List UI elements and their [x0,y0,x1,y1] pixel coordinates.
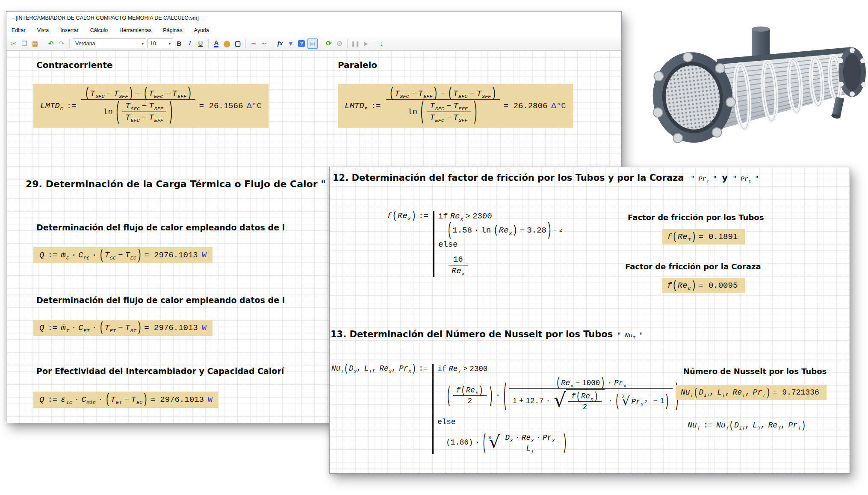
title-bar[interactable]: - [INTERCAMBIADOR DE CALOR COMPACTO MEMO… [6,12,621,24]
toolbar-separator [245,39,246,48]
copy-icon[interactable]: ❐ [20,39,29,48]
formula-lmtd-paralelo[interactable]: LMTDP := (TSFC − TEFF) − (TEFC − TSFF) l… [338,84,573,128]
heading-section-12[interactable]: 12. Determinación del factor de fricción… [333,173,759,183]
background-color-button[interactable]: ⬤ [222,39,232,48]
heading-friccion-tubos[interactable]: Factor de fricción por los Tubos [628,213,764,222]
formula-q-tubos[interactable]: Q := ṁT · CPT · ( TET − TST ) = 2976.101… [33,320,213,336]
paste-icon[interactable]: ▤ [30,39,40,48]
menu-vista[interactable]: Vista [37,27,49,33]
stop-icon[interactable]: ⊘ [335,39,344,48]
formula-nusselt-asignacion[interactable]: NuT := NuT ( DIT, LT, ReT, PrT ) [688,421,806,430]
heading-section-13[interactable]: 13. Determinación del Número de Nusselt … [331,329,643,339]
formula-q-frio[interactable]: Q := ṁC · CPC · ( TSC − TEC ) = 2976.101… [33,247,213,263]
redo-icon[interactable]: ↷ [57,39,66,48]
toolbar-separator [347,39,348,48]
menu-calculo[interactable]: Cálculo [90,27,108,33]
undo-icon[interactable]: ↶ [46,39,56,48]
toolbar-separator [272,39,272,48]
filter-icon[interactable]: ▼ [286,39,295,48]
formula-nusselt-def[interactable]: NuT ( Dx, LT, Rex, Prx ) := if Rex >2300… [331,364,679,454]
toolbar: ✂ ❐ ▤ ↶ ↷ Verdana ▾ 10 ▾ B I U A ⬤ ▢ ⚌ ⚍… [6,36,621,51]
insert-below-icon[interactable]: ↓ [377,39,387,48]
font-family-select[interactable]: Verdana ▾ [73,38,146,48]
recalculate-icon[interactable]: ⟳ [324,39,334,48]
chevron-down-icon: ▾ [168,41,171,46]
chevron-down-icon: ▾ [142,41,144,46]
heading-q-caliente[interactable]: Determinación del flujo de calor emplean… [36,295,285,305]
formula-friccion-def[interactable]: f ( Rex ) := if Rex >2300 ( 1.58· ln ( R… [387,211,562,277]
heading-q-efectividad[interactable]: Por Efectividad del Intercambiador y Cap… [36,366,284,376]
heat-exchanger-3d-image [629,21,868,152]
underline-button[interactable]: U [196,39,205,48]
heading-contracorriente[interactable]: Contracorriente [36,60,113,70]
menu-paginas[interactable]: Páginas [163,27,182,33]
border-button[interactable]: ▢ [233,39,242,48]
heading-paralelo[interactable]: Paralelo [338,60,377,70]
sidepanel-toggle-icon[interactable]: ▤ [307,38,318,49]
font-size-select[interactable]: 10 ▾ [148,38,173,48]
heading-nusselt-tubos[interactable]: Número de Nusselt por los Tubos [683,367,827,376]
menu-insertar[interactable]: Insertar [60,27,78,33]
toolbar-separator [374,39,374,48]
function-icon[interactable]: fx [275,39,285,48]
heading-friccion-coraza[interactable]: Factor de fricción por la Coraza [625,262,761,271]
formula-friccion-coraza[interactable]: f ( ReC ) = 0.0095 [662,278,745,293]
decimal-toggle-icon[interactable]: ⚍ [260,39,269,48]
formula-q-efectividad[interactable]: Q := εIC · Cmin · ( TET − TEC ) = 2976.1… [33,392,218,408]
font-color-button[interactable]: A [214,39,219,47]
toolbar-separator [208,39,209,48]
window-title: - [INTERCAMBIADOR DE CALOR COMPACTO MEMO… [12,15,199,21]
formula-nusselt-resultado[interactable]: NuT ( DIT, LT, ReT, PrT ) = 9.721336 [676,385,827,400]
units-toggle-icon[interactable]: ⚌ [249,39,258,48]
formula-friccion-tubos[interactable]: f ( ReT ) = 0.1891 [662,229,745,245]
heading-section-29[interactable]: 29. Determinación de la Carga Térmica o … [26,179,326,189]
bold-button[interactable]: B [174,39,184,48]
formula-lmtd-contracorriente[interactable]: LMTDC := (TSFC − TSFF) − (TEFC − TEFF) l… [33,84,269,128]
menu-editar[interactable]: Editar [12,27,26,33]
italic-button[interactable]: I [185,39,195,48]
help-icon[interactable]: ? [298,40,305,47]
menu-bar: Editar Vista Insertar Cálculo Herramient… [6,24,621,36]
toolbar-separator [321,39,321,48]
play-icon[interactable]: ▶ [361,39,371,48]
menu-herramientas[interactable]: Herramientas [119,27,151,33]
toolbar-separator [43,39,43,48]
menu-ayuda[interactable]: Ayuda [194,27,209,33]
heading-q-frio[interactable]: Determinación del flujo de calor emplean… [36,223,285,232]
cut-icon[interactable]: ✂ [9,39,18,48]
pause-icon[interactable]: ❚❚ [351,39,360,48]
toolbar-separator [69,39,70,48]
